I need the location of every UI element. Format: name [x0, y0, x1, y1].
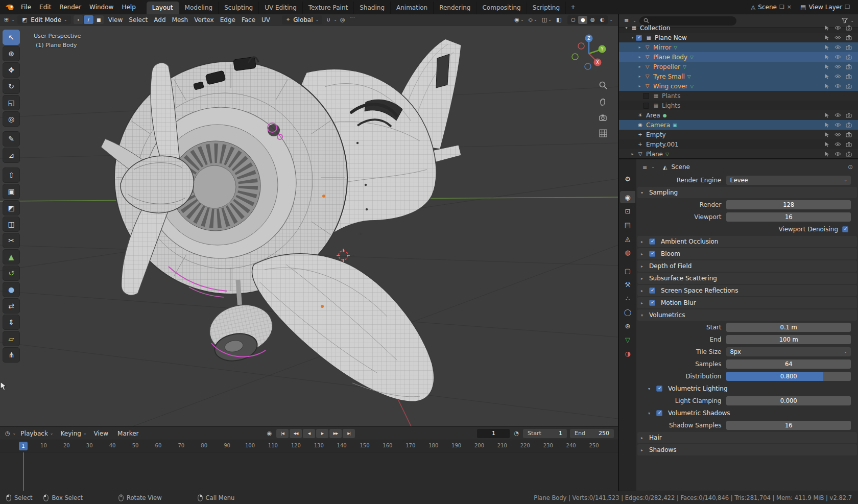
viewport-toggle-show-overlays[interactable]: ◫⌄: [540, 16, 553, 23]
add-workspace-button[interactable]: +: [566, 2, 580, 13]
timeline-menu-marker[interactable]: Marker: [114, 429, 144, 438]
hide-eye-icon[interactable]: [835, 26, 841, 30]
new-view-layer-icon[interactable]: ❏: [845, 4, 850, 10]
workspace-tab-animation[interactable]: Animation: [391, 2, 434, 14]
outliner-row-plane[interactable]: ▸ ▽ Plane ▽: [619, 149, 858, 158]
proportional-editing-toggle[interactable]: ◎: [339, 16, 347, 23]
hide-eye-icon[interactable]: [835, 35, 841, 40]
chevron-down-icon[interactable]: ⌄: [850, 19, 854, 23]
properties-tab-tool[interactable]: ⚙: [620, 173, 635, 185]
shading-mode-solid-shading[interactable]: ●: [578, 16, 587, 24]
volumetric-shadows-checkbox[interactable]: [656, 410, 662, 416]
hide-eye-icon[interactable]: [835, 123, 841, 127]
transport-jump-to-end[interactable]: ▶|: [343, 429, 355, 438]
viewport-menu-view[interactable]: View: [105, 15, 126, 25]
auto-keying-toggle[interactable]: ◉: [263, 429, 275, 438]
camera-visibility-icon[interactable]: [846, 64, 852, 69]
selectable-toggle-icon[interactable]: [824, 25, 830, 31]
end-frame-field[interactable]: End250: [570, 429, 614, 438]
object-name[interactable]: Plane New: [655, 34, 687, 41]
viewport-menu-edge[interactable]: Edge: [217, 15, 239, 25]
transport-prev-keyframe[interactable]: ◀◀: [290, 429, 302, 438]
menu-help[interactable]: Help: [117, 2, 139, 12]
workspace-tab-rendering[interactable]: Rendering: [434, 2, 476, 14]
timeline-ruler[interactable]: 1 10203040506070809010011012013014015016…: [0, 440, 618, 452]
expand-toggle[interactable]: ▸: [629, 152, 636, 156]
zoom-icon[interactable]: [599, 81, 608, 91]
selectable-toggle-icon[interactable]: [824, 132, 830, 138]
playhead[interactable]: 1: [19, 442, 28, 450]
object-name[interactable]: Wing cover: [653, 83, 687, 90]
tool-spin[interactable]: ↺: [3, 266, 20, 281]
object-name[interactable]: Plane Body: [653, 54, 687, 61]
select-mode-face-select[interactable]: ■: [94, 15, 104, 24]
viewport-denoising-checkbox[interactable]: [842, 226, 848, 232]
hide-eye-icon[interactable]: [835, 74, 841, 79]
expand-toggle[interactable]: ▸: [636, 64, 643, 69]
object-name[interactable]: Propeller: [653, 63, 680, 70]
camera-visibility-icon[interactable]: [846, 132, 852, 137]
panel-bloom[interactable]: ▸ Bloom: [637, 248, 857, 259]
tile-size-dropdown[interactable]: 8px ⌄: [726, 347, 851, 356]
properties-tab-object[interactable]: ▢: [620, 265, 635, 277]
timeline-menu-view[interactable]: View: [91, 429, 113, 438]
timeline-menu-playback[interactable]: Playback⌄: [17, 429, 56, 438]
outliner-row-plane-body[interactable]: ▸ ▽ Plane Body ▽: [619, 52, 858, 62]
panel-volumetric-lighting[interactable]: ▾ Volumetric Lighting: [645, 383, 857, 394]
pan-hand-icon[interactable]: [599, 97, 608, 108]
outliner-row-plants[interactable]: ▦ Plants: [619, 91, 858, 101]
shading-mode-wireframe-shading[interactable]: ○: [568, 16, 578, 24]
object-name[interactable]: Collection: [640, 25, 670, 32]
expand-toggle[interactable]: ▸: [636, 55, 643, 59]
bloom-checkbox[interactable]: [649, 251, 655, 257]
transport-play-reverse[interactable]: ◀: [303, 429, 315, 438]
shading-options-chevron-icon[interactable]: ⌄: [609, 18, 613, 22]
object-name[interactable]: Mirror: [653, 44, 671, 51]
camera-visibility-icon[interactable]: [846, 25, 852, 31]
sampling-viewport-field[interactable]: 16: [726, 212, 851, 222]
panel-screen-space-reflections[interactable]: ▸ Screen Space Reflections: [637, 285, 857, 296]
outliner-row-area[interactable]: ☀ Area ●: [619, 110, 858, 120]
object-name[interactable]: Plane: [646, 151, 663, 158]
collection-checkbox[interactable]: [643, 103, 649, 109]
camera-visibility-icon[interactable]: [846, 74, 852, 79]
panel-volumetric-shadows[interactable]: ▾ Volumetric Shadows: [645, 407, 857, 419]
properties-tab-world[interactable]: ◍: [620, 246, 635, 258]
proportional-falloff[interactable]: ⌒: [348, 15, 357, 24]
selectable-toggle-icon[interactable]: [824, 112, 830, 118]
outliner-row-plane-new[interactable]: ▾ ▦ Plane New: [619, 33, 858, 42]
menu-edit[interactable]: Edit: [35, 2, 55, 12]
tool-edge-slide[interactable]: ⇄: [3, 298, 20, 314]
viewport-menu-select[interactable]: Select: [126, 15, 151, 25]
editor-type-icon[interactable]: ⊞: [3, 16, 10, 23]
object-name[interactable]: Area: [646, 112, 660, 119]
timeline-body[interactable]: [0, 452, 618, 491]
camera-view-icon[interactable]: [599, 113, 608, 123]
panel-sampling[interactable]: ▾ Sampling: [637, 187, 857, 198]
hide-eye-icon[interactable]: [835, 45, 841, 50]
panel-depth-of-field[interactable]: ▸ Depth of Field: [637, 260, 857, 272]
selectable-toggle-icon[interactable]: [824, 44, 830, 51]
tool-cursor[interactable]: ⊕: [3, 46, 20, 61]
camera-visibility-icon[interactable]: [846, 44, 852, 50]
timeline-editor-icon[interactable]: ◷: [4, 430, 11, 437]
properties-tab-render[interactable]: ◉: [620, 191, 635, 203]
expand-toggle[interactable]: ▸: [636, 74, 643, 79]
hide-eye-icon[interactable]: [835, 142, 841, 147]
navigation-gizmo[interactable]: Z Y X: [566, 31, 612, 77]
ssr-checkbox[interactable]: [649, 287, 655, 294]
menu-file[interactable]: File: [17, 2, 35, 12]
viewport-toggle-toggle-xray[interactable]: ◧: [555, 16, 564, 23]
menu-render[interactable]: Render: [55, 2, 85, 12]
camera-visibility-icon[interactable]: [846, 35, 852, 40]
properties-tab-scene[interactable]: ◬: [620, 232, 635, 245]
object-name[interactable]: Empty: [646, 131, 666, 138]
workspace-tab-layout[interactable]: Layout: [147, 2, 179, 14]
properties-tab-modifiers[interactable]: ⚒: [620, 278, 635, 291]
outliner-row-camera[interactable]: ◉ Camera ▣: [619, 120, 858, 130]
panel-shadows[interactable]: ▸ Shadows: [637, 444, 857, 455]
properties-tab-material[interactable]: ◑: [620, 347, 635, 359]
properties-tab-physics[interactable]: ◯: [620, 306, 635, 318]
volumetric-lighting-checkbox[interactable]: [656, 386, 662, 392]
workspace-tab-modeling[interactable]: Modeling: [179, 2, 219, 14]
